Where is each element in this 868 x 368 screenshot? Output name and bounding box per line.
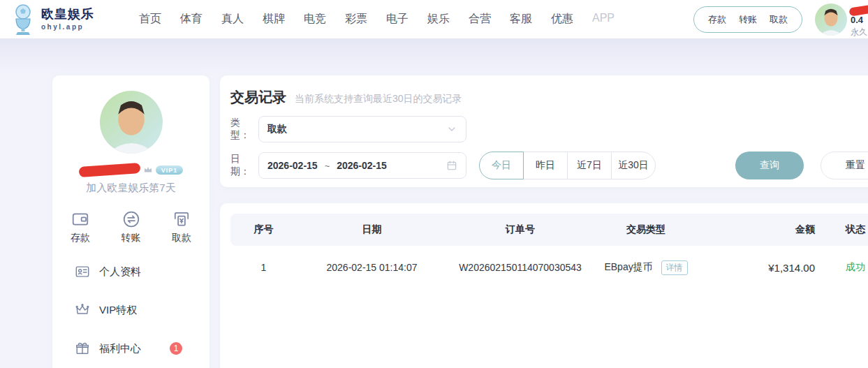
- avatar-photo: [100, 91, 163, 154]
- transfer-link[interactable]: 转账: [739, 13, 757, 26]
- cell-type: EBpay提币 详情: [594, 246, 698, 289]
- col-order-no: 订单号: [447, 214, 594, 246]
- type-select[interactable]: 取款: [258, 116, 466, 142]
- chevron-down-icon: [446, 124, 457, 135]
- reset-button[interactable]: 重置: [821, 152, 868, 179]
- wallet-actions-group: 存款 转账 取款: [693, 6, 802, 33]
- sidebar-item-rewards[interactable]: 福利中心 1: [75, 341, 209, 356]
- transaction-type-text: EBpay提币: [604, 261, 652, 272]
- search-button[interactable]: 查询: [735, 152, 804, 179]
- date-to-value: 2026-02-15: [337, 160, 387, 171]
- sidebar-item-label: 福利中心: [99, 342, 141, 355]
- type-select-value: 取款: [267, 123, 287, 135]
- nav-home[interactable]: 首页: [139, 12, 161, 27]
- date-from-value: 2026-02-15: [267, 160, 318, 171]
- sidebar-item-profile[interactable]: 个人资料: [75, 264, 209, 279]
- id-card-icon: [75, 264, 90, 279]
- cell-order-no: W202602150114070030543: [447, 246, 594, 289]
- range-today-button[interactable]: 今日: [479, 152, 524, 179]
- nav-esports[interactable]: 电竞: [304, 12, 326, 27]
- nav-lottery[interactable]: 彩票: [345, 12, 367, 27]
- main-nav: 首页 体育 真人 棋牌 电竞 彩票 电子 娱乐 合营 客服 优惠 APP: [139, 12, 615, 27]
- transaction-filter-panel: 交易记录 当前系统支持查询最近30日的交易记录 类型： 取款 日期： 2026-…: [220, 75, 868, 187]
- sidebar-item-label: VIP特权: [99, 304, 137, 317]
- range-7days-button[interactable]: 近7日: [567, 152, 612, 179]
- notification-badge: 1: [170, 342, 182, 355]
- sidebar-deposit-label: 存款: [71, 232, 90, 244]
- col-index: 序号: [230, 214, 297, 246]
- range-30days-button[interactable]: 近30日: [611, 152, 656, 179]
- calendar-icon: [446, 160, 457, 171]
- sidebar-deposit-button[interactable]: 存款: [71, 210, 90, 244]
- sidebar-menu: 个人资料 VIP特权 福利中心 1: [52, 264, 209, 356]
- transactions-table: 序号 日期 订单号 交易类型 金额 状态 1 2026-02-15 01:14:…: [230, 214, 868, 289]
- cell-index: 1: [230, 246, 297, 289]
- sidebar-withdraw-button[interactable]: 取款: [172, 210, 191, 244]
- vip-duration-label: 永久: [851, 27, 868, 38]
- vip-level-badge: VIP1: [156, 165, 184, 175]
- header-gradient: [0, 38, 868, 77]
- wallet-icon: [71, 210, 89, 228]
- brand-domain: ohyl.app: [41, 23, 94, 31]
- quick-range-group: 今日 昨日 近7日 近30日: [479, 152, 656, 179]
- deposit-link[interactable]: 存款: [708, 13, 726, 26]
- vip-crown-icon: [143, 165, 153, 175]
- table-row: 1 2026-02-15 01:14:07 W20260215011407003…: [230, 246, 868, 289]
- transaction-table-panel: 序号 日期 订单号 交易类型 金额 状态 1 2026-02-15 01:14:…: [220, 203, 868, 368]
- table-header-row: 序号 日期 订单号 交易类型 金额 状态: [230, 214, 868, 246]
- gift-icon: [75, 341, 90, 356]
- profile-avatar[interactable]: [100, 91, 163, 154]
- nav-board-games[interactable]: 棋牌: [263, 12, 285, 27]
- join-days-text: 加入欧皇娱乐第7天: [52, 182, 209, 195]
- sidebar-item-vip[interactable]: VIP特权: [75, 302, 209, 318]
- avatar-photo: [815, 3, 847, 36]
- user-chip[interactable]: 0.4 永久: [815, 1, 868, 38]
- nav-promotions[interactable]: 优惠: [551, 12, 573, 27]
- nav-app[interactable]: APP: [592, 12, 615, 27]
- user-meta: 0.4 永久: [851, 3, 868, 38]
- atm-icon: [172, 210, 191, 228]
- col-date: 日期: [297, 214, 447, 246]
- page-subtitle: 当前系统支持查询最近30日的交易记录: [295, 93, 462, 105]
- detail-link[interactable]: 详情: [661, 260, 688, 275]
- transfer-icon: [122, 210, 140, 228]
- profile-sidebar: VIP1 加入欧皇娱乐第7天 存款 转账 取款: [52, 75, 209, 368]
- trophy-logo-icon: [10, 3, 36, 36]
- nav-sports[interactable]: 体育: [180, 12, 203, 27]
- cell-date: 2026-02-15 01:14:07: [297, 246, 447, 289]
- top-navigation-bar: 欧皇娱乐 ohyl.app 首页 体育 真人 棋牌 电竞 彩票 电子 娱乐 合营…: [0, 0, 868, 38]
- sidebar-withdraw-label: 取款: [172, 232, 191, 244]
- type-filter-label: 类型：: [230, 117, 258, 142]
- cell-status: 成功: [821, 246, 868, 289]
- nav-partnership[interactable]: 合营: [469, 12, 491, 27]
- sidebar-item-label: 个人资料: [99, 265, 141, 279]
- brand-logo[interactable]: 欧皇娱乐 ohyl.app: [10, 3, 94, 36]
- quick-actions: 存款 转账 取款: [52, 210, 209, 244]
- col-type: 交易类型: [594, 214, 698, 246]
- crown-icon: [75, 302, 90, 318]
- sidebar-transfer-button[interactable]: 转账: [122, 210, 141, 244]
- col-status: 状态: [821, 214, 868, 246]
- redacted-username: [78, 162, 140, 177]
- date-filter-label: 日期：: [230, 153, 258, 178]
- cell-amount: ¥1,314.00: [698, 246, 821, 289]
- range-yesterday-button[interactable]: 昨日: [523, 152, 568, 179]
- nav-live[interactable]: 真人: [221, 12, 244, 27]
- brand-name: 欧皇娱乐: [41, 8, 94, 22]
- sidebar-transfer-label: 转账: [122, 232, 141, 244]
- nav-support[interactable]: 客服: [510, 12, 532, 27]
- nav-slots[interactable]: 电子: [386, 12, 409, 27]
- withdraw-link[interactable]: 取款: [770, 13, 788, 26]
- col-amount: 金额: [698, 214, 821, 246]
- date-range-picker[interactable]: 2026-02-15 ~ 2026-02-15: [258, 152, 466, 179]
- date-separator: ~: [325, 161, 330, 171]
- nav-entertainment[interactable]: 娱乐: [427, 12, 450, 27]
- redacted-username: [848, 1, 868, 16]
- user-avatar[interactable]: [815, 3, 847, 36]
- page-title: 交易记录: [230, 88, 286, 107]
